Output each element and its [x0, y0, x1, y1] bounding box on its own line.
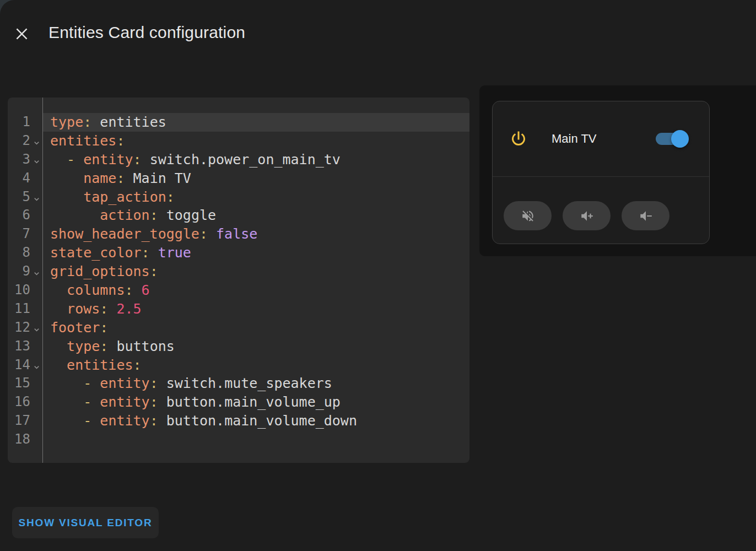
code-line[interactable]: show_header_toggle: false [43, 225, 469, 244]
code-line[interactable]: - entity: button.main_volume_up [43, 393, 469, 412]
code-line[interactable]: - entity: button.main_volume_down [43, 412, 469, 430]
fold-chevron-down-icon[interactable] [30, 158, 42, 166]
line-number: 15 [8, 374, 30, 393]
volume-down-button[interactable] [622, 201, 669, 230]
line-number: 3 [8, 150, 30, 169]
line-number: 9 [8, 262, 30, 281]
line-number: 16 [8, 393, 30, 412]
line-number: 13 [8, 337, 30, 356]
entity-row-main-tv: Main TV [493, 101, 709, 177]
fold-chevron-down-icon[interactable] [30, 269, 42, 278]
dialog-title: Entities Card configuration [48, 23, 245, 42]
entity-name-label: Main TV [552, 132, 597, 146]
code-line[interactable]: entities: [43, 132, 469, 150]
fold-chevron-down-icon[interactable] [30, 363, 42, 371]
line-number: 12 [8, 318, 30, 337]
line-number: 6 [8, 206, 30, 225]
code-line[interactable]: type: buttons [43, 337, 469, 356]
fold-chevron-down-icon[interactable] [30, 195, 42, 203]
line-number: 18 [8, 430, 30, 449]
editor-code[interactable]: type: entitiesentities: - entity: switch… [43, 98, 469, 463]
fold-chevron-down-icon[interactable] [30, 139, 42, 147]
volume-mute-icon [521, 209, 535, 223]
code-line[interactable] [43, 430, 469, 449]
volume-plus-icon [580, 209, 594, 223]
line-number: 17 [8, 412, 30, 430]
line-number: 7 [8, 225, 30, 244]
entities-card-config-dialog: Entities Card configuration 123456789101… [0, 0, 756, 551]
line-number: 14 [8, 356, 30, 375]
card-preview-panel: Main TV [479, 85, 756, 256]
code-line[interactable]: state_color: true [43, 244, 469, 262]
editor-gutter: 123456789101112131415161718 [8, 98, 43, 463]
volume-minus-icon [639, 209, 653, 223]
line-number: 5 [8, 188, 30, 207]
line-number: 11 [8, 300, 30, 318]
code-line[interactable]: name: Main TV [43, 169, 469, 188]
mute-speakers-button[interactable] [504, 201, 552, 230]
line-number: 2 [8, 132, 30, 150]
code-line[interactable]: grid_options: [43, 262, 469, 281]
code-line[interactable]: type: entities [43, 113, 469, 132]
code-line[interactable]: entities: [43, 356, 469, 375]
close-icon [14, 26, 30, 42]
toggle-thumb[interactable] [671, 130, 689, 148]
code-line[interactable]: action: toggle [43, 206, 469, 225]
volume-up-button[interactable] [563, 201, 611, 230]
line-number: 1 [8, 113, 30, 132]
entity-toggle-switch[interactable] [656, 130, 689, 148]
close-button[interactable] [13, 25, 30, 42]
code-line[interactable]: tap_action: [43, 188, 469, 207]
line-number: 8 [8, 244, 30, 262]
line-number: 4 [8, 169, 30, 188]
power-icon [509, 129, 528, 149]
code-line[interactable]: - entity: switch.power_on_main_tv [43, 150, 469, 169]
show-visual-editor-button[interactable]: SHOW VISUAL EDITOR [12, 507, 159, 538]
entities-card-preview: Main TV [492, 101, 710, 244]
card-footer-buttons [493, 177, 709, 230]
yaml-code-editor[interactable]: 123456789101112131415161718 type: entiti… [8, 98, 469, 463]
code-line[interactable]: rows: 2.5 [43, 300, 469, 318]
code-line[interactable]: columns: 6 [43, 281, 469, 300]
line-number: 10 [8, 281, 30, 300]
code-line[interactable]: - entity: switch.mute_speakers [43, 374, 469, 393]
fold-chevron-down-icon[interactable] [30, 326, 42, 334]
code-line[interactable]: footer: [43, 318, 469, 337]
